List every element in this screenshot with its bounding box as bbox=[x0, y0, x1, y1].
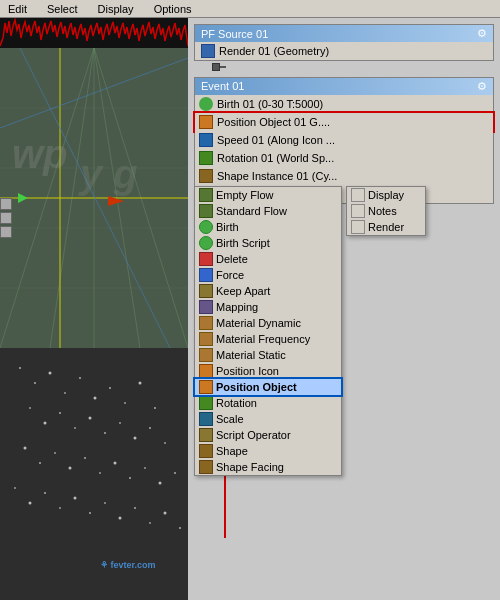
render-sm-icon bbox=[351, 220, 365, 234]
empty-flow-icon bbox=[199, 188, 213, 202]
connector-dots bbox=[210, 61, 500, 73]
pf-source-label: PF Source 01 bbox=[201, 28, 268, 40]
script-op-icon bbox=[199, 428, 213, 442]
birth-script-icon bbox=[199, 236, 213, 250]
event-position-row[interactable]: Position Object 01 G.... Position Object bbox=[195, 113, 493, 131]
svg-point-38 bbox=[149, 427, 151, 429]
dropdown-keep-apart[interactable]: Keep Apart bbox=[195, 283, 341, 299]
dropdown-rotation[interactable]: Rotation bbox=[195, 395, 341, 411]
svg-point-29 bbox=[154, 407, 156, 409]
dropdown-empty-flow[interactable]: Empty Flow bbox=[195, 187, 341, 203]
toolbar-btn-3[interactable] bbox=[0, 226, 12, 238]
force-icon bbox=[199, 268, 213, 282]
submenu-display[interactable]: Display bbox=[347, 187, 425, 203]
pf-source-panel: PF Source 01 ⚙ Render 01 (Geometry) bbox=[194, 24, 494, 61]
pf-render-row: Render 01 (Geometry) bbox=[195, 42, 493, 60]
svg-point-23 bbox=[64, 392, 66, 394]
svg-point-42 bbox=[54, 452, 56, 454]
material-freq-icon bbox=[199, 332, 213, 346]
dropdown-material-dynamic[interactable]: Material Dynamic bbox=[195, 315, 341, 331]
dropdown-birth-icon bbox=[199, 220, 213, 234]
pf-source-title: PF Source 01 ⚙ bbox=[195, 25, 493, 42]
svg-point-52 bbox=[29, 502, 32, 505]
birth-icon bbox=[199, 97, 213, 111]
pf-source-icon: ⚙ bbox=[477, 27, 487, 40]
toolbar-btn-1[interactable] bbox=[0, 198, 12, 210]
menu-options[interactable]: Options bbox=[150, 3, 196, 15]
svg-point-34 bbox=[89, 417, 92, 420]
rotation-item-icon bbox=[199, 396, 213, 410]
svg-point-54 bbox=[59, 507, 61, 509]
dropdown-material-static[interactable]: Material Static bbox=[195, 347, 341, 363]
svg-point-59 bbox=[134, 507, 136, 509]
event-birth-row: Birth 01 (0-30 T:5000) bbox=[195, 95, 493, 113]
dropdown-position-object[interactable]: Position Object bbox=[195, 379, 341, 395]
svg-point-37 bbox=[134, 437, 137, 440]
event-label: Event 01 bbox=[201, 80, 244, 93]
delete-icon bbox=[199, 252, 213, 266]
submenu-render[interactable]: Render bbox=[347, 219, 425, 235]
svg-point-49 bbox=[159, 482, 162, 485]
svg-point-57 bbox=[104, 502, 106, 504]
svg-point-55 bbox=[74, 497, 77, 500]
svg-rect-19 bbox=[0, 348, 188, 600]
dropdown-birth[interactable]: Birth bbox=[195, 219, 341, 235]
svg-point-58 bbox=[119, 517, 122, 520]
standard-flow-icon bbox=[199, 204, 213, 218]
event-position-label: Position Object 01 G.... bbox=[217, 116, 330, 128]
svg-point-50 bbox=[174, 472, 176, 474]
scale-icon bbox=[199, 412, 213, 426]
dropdown-scale[interactable]: Scale bbox=[195, 411, 341, 427]
svg-point-21 bbox=[34, 382, 36, 384]
material-static-icon bbox=[199, 348, 213, 362]
svg-point-27 bbox=[124, 402, 126, 404]
svg-point-46 bbox=[114, 462, 117, 465]
svg-point-22 bbox=[49, 372, 52, 375]
dropdown-shape[interactable]: Shape bbox=[195, 443, 341, 459]
position-icon bbox=[199, 115, 213, 129]
connector-line bbox=[220, 66, 226, 68]
keep-apart-icon bbox=[199, 284, 213, 298]
svg-text:wp: wp bbox=[12, 132, 68, 176]
svg-point-36 bbox=[119, 422, 121, 424]
dropdown-birth-script[interactable]: Birth Script bbox=[195, 235, 341, 251]
pf-render-label: Render 01 (Geometry) bbox=[219, 45, 329, 57]
menu-select[interactable]: Select bbox=[43, 3, 82, 15]
dropdown-force[interactable]: Force bbox=[195, 267, 341, 283]
shape-item-icon bbox=[199, 444, 213, 458]
svg-point-35 bbox=[104, 432, 106, 434]
dropdown-position-icon[interactable]: Position Icon bbox=[195, 363, 341, 379]
svg-point-61 bbox=[164, 512, 167, 515]
event-icon: ⚙ bbox=[477, 80, 487, 93]
svg-point-60 bbox=[149, 522, 151, 524]
position-icon-item bbox=[199, 364, 213, 378]
right-panel: PF Source 01 ⚙ Render 01 (Geometry) Even… bbox=[188, 18, 500, 600]
svg-point-33 bbox=[74, 427, 76, 429]
svg-point-48 bbox=[144, 467, 146, 469]
dropdown-delete[interactable]: Delete bbox=[195, 251, 341, 267]
svg-point-47 bbox=[129, 477, 131, 479]
svg-point-20 bbox=[19, 367, 21, 369]
submenu-notes[interactable]: Notes bbox=[347, 203, 425, 219]
dropdown-script-op[interactable]: Script Operator bbox=[195, 427, 341, 443]
event-rotation-label: Rotation 01 (World Sp... bbox=[217, 152, 334, 164]
dropdown-standard-flow[interactable]: Standard Flow bbox=[195, 203, 341, 219]
dropdown-mapping[interactable]: Mapping bbox=[195, 299, 341, 315]
position-obj-icon bbox=[199, 380, 213, 394]
event-shape-label: Shape Instance 01 (Cy... bbox=[217, 170, 337, 182]
toolbar-btn-2[interactable] bbox=[0, 212, 12, 224]
svg-point-40 bbox=[24, 447, 27, 450]
menu-display[interactable]: Display bbox=[94, 3, 138, 15]
menu-edit[interactable]: Edit bbox=[4, 3, 31, 15]
dropdown-material-freq[interactable]: Material Frequency bbox=[195, 331, 341, 347]
particle-svg: ⚘ fevter.com bbox=[0, 348, 188, 600]
mapping-icon bbox=[199, 300, 213, 314]
svg-text:⚘ fevter.com: ⚘ fevter.com bbox=[100, 560, 156, 570]
svg-text:y g: y g bbox=[78, 152, 138, 196]
viewport: wp y g bbox=[0, 18, 188, 600]
svg-point-53 bbox=[44, 492, 46, 494]
menu-bar: Edit Select Display Options bbox=[0, 0, 500, 18]
viewport-bottom: ⚘ fevter.com bbox=[0, 348, 188, 600]
event-panel: Event 01 ⚙ Birth 01 (0-30 T:5000) Positi… bbox=[194, 77, 494, 204]
dropdown-shape-facing[interactable]: Shape Facing bbox=[195, 459, 341, 475]
